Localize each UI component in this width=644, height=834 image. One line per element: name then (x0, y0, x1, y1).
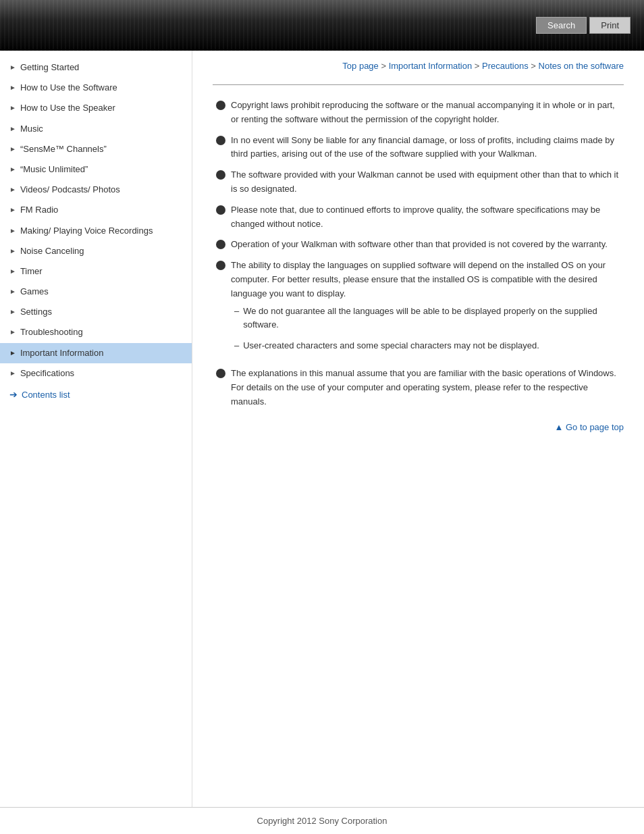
content-item-6: The explanations in this manual assume t… (213, 367, 624, 409)
print-button[interactable]: Print (589, 17, 630, 34)
sub-text-5-0: We do not guarantee all the languages wi… (243, 305, 624, 333)
content-text-6: The explanations in this manual assume t… (231, 367, 624, 409)
sidebar-label-1: How to Use the Software (20, 82, 117, 94)
sidebar-arrow-15: ► (9, 369, 16, 378)
sidebar-item-11[interactable]: ►Games (0, 282, 192, 302)
footer: Copyright 2012 Sony Corporation (0, 807, 644, 834)
sub-dash-5-0: – (234, 305, 239, 319)
content-item-4: Operation of your Walkman with software … (213, 238, 624, 252)
breadcrumb-item-0[interactable]: Top page (342, 61, 379, 71)
sidebar-arrow-2: ► (9, 103, 16, 113)
sidebar-item-13[interactable]: ►Troubleshooting (0, 322, 192, 342)
sidebar-item-1[interactable]: ►How to Use the Software (0, 78, 192, 98)
breadcrumb-item-3[interactable]: Notes on the software (539, 61, 624, 71)
contents-list-label: Contents list (22, 390, 70, 400)
footer-text: Copyright 2012 Sony Corporation (257, 816, 387, 826)
sidebar-label-8: Making/ Playing Voice Recordings (20, 225, 153, 237)
sidebar-arrow-6: ► (9, 185, 16, 194)
content-item-3: Please note that, due to continued effor… (213, 203, 624, 232)
bullet-6 (216, 369, 225, 378)
main-content: Top page > Important Information > Preca… (192, 51, 644, 807)
sidebar-item-4[interactable]: ►“SensMe™ Channels” (0, 139, 192, 159)
go-to-top-link[interactable]: ▲ Go to page top (555, 422, 624, 432)
sidebar-arrow-10: ► (9, 267, 16, 276)
sidebar-item-3[interactable]: ►Music (0, 119, 192, 139)
bullet-0 (216, 101, 225, 110)
sidebar-arrow-11: ► (9, 287, 16, 296)
sidebar-item-6[interactable]: ►Videos/ Podcasts/ Photos (0, 180, 192, 200)
sidebar-arrow-3: ► (9, 124, 16, 134)
sidebar-label-12: Settings (20, 306, 52, 318)
breadcrumb-item-1[interactable]: Important Information (389, 61, 473, 71)
bullet-3 (216, 205, 225, 215)
sidebar-label-4: “SensMe™ Channels” (20, 143, 107, 155)
content-item-1: In no event will Sony be liable for any … (213, 134, 624, 162)
breadcrumb: Top page > Important Information > Preca… (213, 57, 624, 71)
sidebar-label-14: Important Information (20, 347, 104, 359)
go-to-top[interactable]: ▲ Go to page top (213, 422, 624, 432)
sidebar-arrow-0: ► (9, 63, 16, 72)
content-text-0: Copyright laws prohibit reproducing the … (231, 99, 624, 127)
breadcrumb-item-2[interactable]: Precautions (482, 61, 529, 71)
sidebar-arrow-13: ► (9, 328, 16, 337)
sidebar-arrow-8: ► (9, 226, 16, 236)
sidebar-label-7: FM Radio (20, 204, 58, 216)
sidebar-label-6: Videos/ Podcasts/ Photos (20, 184, 120, 196)
sidebar-item-15[interactable]: ►Specifications (0, 363, 192, 384)
sidebar-label-2: How to Use the Speaker (20, 102, 115, 114)
sidebar: ►Getting Started►How to Use the Software… (0, 51, 192, 807)
bullet-1 (216, 136, 225, 145)
breadcrumb-sep-1: > (472, 61, 482, 71)
page-body: ►Getting Started►How to Use the Software… (0, 51, 644, 807)
sub-text-5-1: User-created characters and some special… (243, 339, 539, 353)
bullet-5 (216, 261, 225, 270)
sidebar-item-8[interactable]: ►Making/ Playing Voice Recordings (0, 221, 192, 241)
content-item-0: Copyright laws prohibit reproducing the … (213, 99, 624, 127)
sidebar-item-2[interactable]: ►How to Use the Speaker (0, 98, 192, 118)
sidebar-arrow-7: ► (9, 205, 16, 215)
content-item-5: The ability to display the languages on … (213, 259, 624, 360)
sidebar-arrow-14: ► (9, 348, 16, 358)
content-text-2: The software provided with your Walkman … (231, 168, 624, 197)
content-text-1: In no event will Sony be liable for any … (231, 134, 624, 162)
content-text-5: The ability to display the languages on … (231, 259, 624, 360)
breadcrumb-sep-0: > (379, 61, 389, 71)
sidebar-arrow-1: ► (9, 83, 16, 93)
content-text-3: Please note that, due to continued effor… (231, 203, 624, 232)
sidebar-item-14[interactable]: ►Important Information (0, 343, 192, 363)
sidebar-item-5[interactable]: ►“Music Unlimited” (0, 159, 192, 180)
sidebar-item-7[interactable]: ►FM Radio (0, 200, 192, 220)
content-list: Copyright laws prohibit reproducing the … (213, 99, 624, 409)
contents-list-link[interactable]: ➔ Contents list (0, 384, 192, 405)
bullet-2 (216, 170, 225, 180)
sidebar-arrow-12: ► (9, 307, 16, 317)
sidebar-item-0[interactable]: ►Getting Started (0, 57, 192, 78)
sidebar-label-3: Music (20, 123, 43, 135)
content-text-4: Operation of your Walkman with software … (231, 238, 624, 252)
sidebar-arrow-5: ► (9, 165, 16, 174)
content-item-2: The software provided with your Walkman … (213, 168, 624, 197)
sidebar-label-5: “Music Unlimited” (20, 163, 88, 176)
breadcrumb-sep-2: > (529, 61, 539, 71)
sidebar-item-9[interactable]: ►Noise Canceling (0, 241, 192, 261)
sidebar-arrow-4: ► (9, 145, 16, 154)
sidebar-label-15: Specifications (20, 367, 74, 380)
content-body: Copyright laws prohibit reproducing the … (213, 99, 624, 409)
sidebar-label-10: Timer (20, 265, 43, 278)
sidebar-arrow-9: ► (9, 246, 16, 256)
sub-item-5-0: –We do not guarantee all the languages w… (231, 305, 624, 333)
sidebar-item-10[interactable]: ►Timer (0, 261, 192, 282)
header-bar: Search Print (0, 0, 644, 51)
bullet-4 (216, 240, 225, 249)
divider (213, 84, 624, 85)
header-buttons: Search Print (536, 17, 630, 34)
sub-item-5-1: –User-created characters and some specia… (231, 339, 624, 353)
sidebar-label-13: Troubleshooting (20, 326, 83, 338)
sidebar-item-12[interactable]: ►Settings (0, 302, 192, 322)
sidebar-label-0: Getting Started (20, 61, 79, 74)
arrow-right-icon: ➔ (9, 389, 18, 400)
search-button[interactable]: Search (536, 17, 587, 34)
sub-dash-5-1: – (234, 339, 239, 353)
sidebar-label-11: Games (20, 286, 49, 298)
sidebar-label-9: Noise Canceling (20, 245, 84, 257)
